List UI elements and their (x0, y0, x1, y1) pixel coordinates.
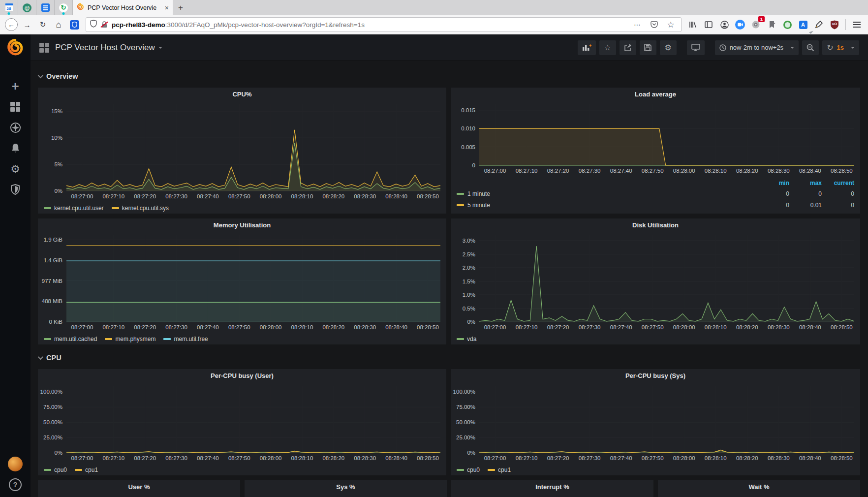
svg-text:08:28:20: 08:28:20 (736, 324, 758, 330)
insecure-lock-icon[interactable] (101, 21, 108, 29)
translate-extension-icon[interactable]: A (796, 17, 810, 32)
legend-item[interactable]: cpu0 (44, 466, 67, 473)
ublock-extension-icon[interactable]: uO (827, 17, 842, 32)
tv-cycle-view-button[interactable] (687, 40, 705, 55)
section-header-overview[interactable]: Overview (38, 68, 860, 85)
svg-text:1.0%: 1.0% (463, 292, 475, 298)
back-button[interactable]: ← (4, 17, 19, 32)
svg-text:25.00%: 25.00% (456, 435, 475, 440)
pocket-icon[interactable] (648, 18, 660, 31)
svg-text:75.00%: 75.00% (43, 404, 62, 410)
tab-title: PCP Vector Host Overvie (88, 4, 161, 11)
svg-text:08:28:10: 08:28:10 (291, 324, 313, 330)
tracking-shield-icon[interactable] (90, 20, 97, 30)
panel-title[interactable]: Per-CPU busy (Sys) (451, 369, 860, 382)
legend-series-label: kernel.cpu.util.sys (122, 205, 169, 212)
legend-item[interactable]: cpu1 (75, 466, 98, 473)
panel-title[interactable]: Load average (451, 88, 860, 100)
home-button[interactable]: ⌂ (51, 17, 66, 32)
legend-item[interactable]: 5 minute (457, 202, 757, 209)
forward-button[interactable]: → (20, 17, 34, 32)
refresh-button-group[interactable]: ↻ 1s (822, 40, 859, 55)
zoom-app-icon[interactable] (733, 17, 747, 32)
add-panel-button[interactable] (578, 40, 596, 55)
legend-item[interactable]: mem.physmem (105, 336, 155, 342)
legend-stat-header[interactable]: current (822, 180, 854, 186)
bookmark-flag-icon[interactable] (764, 17, 779, 32)
cpu-percent-chart[interactable]: 0%5%10%15%08:27:0008:27:1008:27:2008:27:… (38, 100, 446, 203)
dashboard-title-caret-icon[interactable] (158, 47, 162, 49)
sidebar-item-configuration-gear-icon[interactable]: ⚙ (4, 158, 27, 179)
legend-item[interactable]: mem.util.cached (44, 336, 97, 342)
section-header-cpu[interactable]: CPU (38, 349, 860, 366)
refresh-icon[interactable]: ↻ (827, 43, 833, 52)
memory-utilisation-chart[interactable]: 0 KiB488 MiB977 MiB1.4 GiB1.9 GiB08:27:0… (38, 231, 446, 334)
sidebar-item-create-plus-icon[interactable]: + (4, 76, 27, 96)
user-avatar[interactable] (8, 457, 23, 471)
legend-item[interactable]: mem.util.free (163, 336, 208, 342)
percpu-busy-sys-chart[interactable]: 0%25.00%50.00%75.00%100.00%08:27:0008:27… (451, 382, 860, 465)
panel-title[interactable]: Disk Utilisation (451, 218, 860, 231)
new-tab-button[interactable]: + (173, 0, 188, 15)
panel-title[interactable]: CPU% (38, 88, 446, 100)
panel-percpu-busy-sys: Per-CPU busy (Sys) 0%25.00%50.00%75.00%1… (451, 369, 860, 475)
legend-item[interactable]: kernel.cpu.util.user (44, 205, 104, 212)
pinned-tab-chat[interactable]: @ (18, 0, 36, 15)
save-dashboard-button[interactable] (640, 40, 656, 55)
active-tab[interactable]: PCP Vector Host Overvie × (73, 0, 173, 15)
legend-item[interactable]: cpu0 (457, 466, 480, 473)
svg-text:08:28:20: 08:28:20 (736, 455, 758, 461)
sidebar-item-dashboards-grid-icon[interactable] (4, 96, 27, 117)
svg-text:75.00%: 75.00% (456, 404, 475, 410)
panel-title[interactable]: Sys % (245, 480, 447, 493)
url-text[interactable]: pcp-rhel83-demo:3000/d/2FAqO_pMk/pcp-vec… (112, 21, 627, 29)
legend-item[interactable]: kernel.cpu.util.sys (112, 205, 169, 212)
legend-item[interactable]: 1 minute (457, 190, 757, 197)
panel-percpu-busy-user: Per-CPU busy (User) 0%25.00%50.00%75.00%… (38, 369, 446, 475)
pinned-tab-calendar[interactable]: 28 (0, 0, 18, 15)
close-tab-icon[interactable]: × (165, 4, 169, 12)
legend-color-dash (457, 469, 464, 471)
pen-extension-icon[interactable] (811, 17, 826, 32)
panel-title[interactable]: Per-CPU busy (User) (38, 369, 446, 382)
dashboard-settings-gear-icon[interactable]: ⚙ (660, 40, 677, 55)
legend-item[interactable]: cpu1 (488, 466, 511, 473)
share-dashboard-button[interactable] (620, 40, 636, 55)
legend-stat-header[interactable]: max (789, 180, 822, 186)
star-dashboard-button[interactable]: ☆ (599, 40, 616, 55)
sidebar-item-explore-compass-icon[interactable] (4, 117, 27, 138)
sidebar-item-admin-shield-icon[interactable] (4, 179, 27, 200)
pinned-tab-docs[interactable] (36, 0, 55, 15)
bitwarden-extension-button[interactable] (67, 17, 82, 32)
panel-title[interactable]: User % (38, 480, 240, 493)
sidebar-toggle-icon[interactable] (701, 17, 716, 32)
bookmark-star-icon[interactable]: ☆ (664, 18, 677, 31)
percpu-busy-user-chart[interactable]: 0%25.00%50.00%75.00%100.00%08:27:0008:27… (38, 382, 446, 465)
dashboard-title[interactable]: PCP Vector Host Overview (55, 43, 155, 53)
load-average-chart[interactable]: 00.0050.0100.01508:27:0008:27:1008:27:20… (451, 100, 860, 177)
legend-item[interactable]: vda (457, 336, 476, 342)
grafana-logo[interactable] (6, 38, 24, 58)
refresh-interval-label[interactable]: 1s (837, 44, 844, 51)
refresh-interval-caret-icon[interactable] (851, 47, 855, 49)
disk-utilisation-chart[interactable]: 0%0.5%1.0%1.5%2.0%2.5%3.0%08:27:0008:27:… (451, 231, 860, 334)
library-icon[interactable] (685, 17, 700, 32)
account-icon[interactable] (717, 17, 732, 32)
time-range-picker[interactable]: now-2m to now+2s (715, 40, 799, 55)
page-actions-icon[interactable]: ⋯ (631, 18, 644, 31)
pinned-tab-sync[interactable]: ↻ (55, 0, 73, 15)
svg-text:08:27:50: 08:27:50 (642, 324, 664, 330)
zoom-out-time-button[interactable] (802, 40, 819, 55)
panel-title[interactable]: Interrupt % (451, 480, 653, 493)
privacy-ring-extension-icon[interactable] (780, 17, 795, 32)
sidebar-item-alerting-bell-icon[interactable] (4, 138, 27, 158)
panel-title[interactable]: Memory Utilisation (38, 218, 446, 231)
reload-button[interactable]: ↻ (35, 17, 50, 32)
help-icon[interactable]: ? (9, 478, 22, 491)
panel-title[interactable]: Wait % (658, 480, 860, 493)
menu-hamburger-icon[interactable] (849, 17, 864, 32)
screenshot-extension-icon[interactable]: 1 (748, 17, 763, 32)
legend-stat-header[interactable]: min (757, 180, 789, 186)
url-bar[interactable]: pcp-rhel83-demo:3000/d/2FAqO_pMk/pcp-vec… (86, 17, 682, 32)
svg-text:08:28:00: 08:28:00 (260, 455, 282, 461)
